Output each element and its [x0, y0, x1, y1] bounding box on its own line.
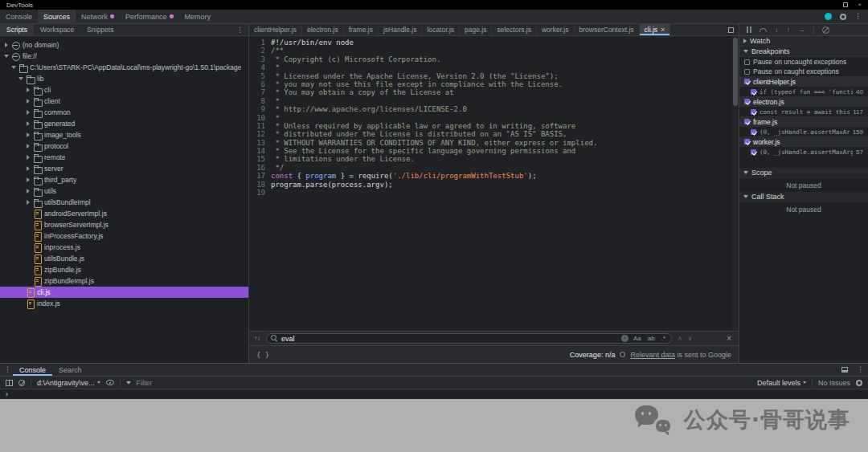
- tree-collapsed-icon[interactable]: [25, 110, 31, 115]
- whole-word-toggle[interactable]: ab: [646, 335, 657, 342]
- navigator-tab-scripts[interactable]: Scripts: [0, 24, 34, 35]
- scope-section-header[interactable]: Scope: [739, 168, 868, 178]
- more-options-icon[interactable]: ⋮: [854, 13, 862, 20]
- editor-tab-browsercontext-js[interactable]: browserContext.js: [575, 24, 640, 35]
- tree-item-inprocess-js[interactable]: inprocess.js: [0, 242, 248, 253]
- console-sidebar-icon[interactable]: [6, 380, 13, 386]
- checkbox-checked-icon[interactable]: [751, 129, 756, 135]
- tree-item-utilsbundleimpl[interactable]: utilsBundleImpl: [0, 197, 248, 208]
- drawer-more-icon[interactable]: ⋮: [857, 366, 864, 373]
- navigator-tab-snippets[interactable]: Snippets: [80, 24, 120, 35]
- line-number[interactable]: 1: [249, 39, 271, 47]
- tree-item-androidserverimpl-js[interactable]: androidServerImpl.js: [0, 208, 248, 219]
- breakpoints-section-header[interactable]: Breakpoints: [739, 47, 868, 57]
- close-search-icon[interactable]: ×: [727, 334, 734, 343]
- drawer-menu-icon[interactable]: ⋮: [4, 366, 11, 373]
- pause-option-pause-on-uncaught-exceptions[interactable]: Pause on uncaught exceptions: [739, 57, 868, 67]
- line-number[interactable]: 11: [249, 122, 271, 130]
- tree-item-remote[interactable]: remote: [0, 152, 248, 163]
- breakpoint-entry[interactable]: (0, _jsHandle.assertMaxArg…159: [739, 127, 868, 136]
- tree-collapsed-icon[interactable]: [25, 132, 31, 137]
- tree-collapsed-icon[interactable]: [25, 189, 31, 193]
- tree-item-client[interactable]: client: [0, 96, 248, 107]
- line-number[interactable]: 18: [249, 181, 271, 189]
- line-number[interactable]: 9: [249, 105, 271, 113]
- line-number[interactable]: 19: [249, 189, 271, 197]
- watch-section-header[interactable]: Watch: [739, 36, 868, 47]
- step-out-icon[interactable]: ↑: [787, 26, 791, 34]
- tree-expanded-icon[interactable]: [18, 77, 24, 80]
- line-number[interactable]: 17: [249, 172, 271, 180]
- pause-option-pause-on-caught-exceptions[interactable]: Pause on caught exceptions: [739, 67, 868, 76]
- replace-toggle-icon[interactable]: ↑↓: [254, 335, 260, 342]
- context-selector[interactable]: d:\Antigravity\ve...: [37, 379, 100, 387]
- match-case-toggle[interactable]: Aa: [632, 335, 643, 342]
- line-number[interactable]: 8: [249, 97, 271, 105]
- console-filter-input[interactable]: Filter: [137, 379, 153, 387]
- editor-tab-page-js[interactable]: page.js: [460, 24, 492, 35]
- tree-collapsed-icon[interactable]: [25, 88, 31, 92]
- tree-item-server[interactable]: server: [0, 163, 248, 174]
- navigator-more-icon[interactable]: ⋮: [236, 26, 248, 34]
- drawer-tab-console[interactable]: Console: [13, 364, 52, 376]
- search-query[interactable]: eval: [281, 335, 295, 343]
- breakpoint-entry[interactable]: const result = await this…117: [739, 107, 868, 116]
- tree-item-file[interactable]: file://: [0, 51, 248, 62]
- tree-item-inprocessfactory-js[interactable]: inProcessFactory.js: [0, 230, 248, 242]
- tree-collapsed-icon[interactable]: [25, 200, 31, 205]
- line-number[interactable]: 7: [249, 88, 271, 96]
- line-number[interactable]: 12: [249, 130, 271, 138]
- tree-collapsed-icon[interactable]: [25, 99, 31, 104]
- checkbox-checked-icon[interactable]: [751, 89, 756, 95]
- tree-collapsed-icon[interactable]: [25, 177, 31, 182]
- live-expression-eye-icon[interactable]: [106, 380, 114, 385]
- step-into-icon[interactable]: ↓: [775, 26, 779, 34]
- breakpoint-entry[interactable]: (0, _jsHandle.assertMaxArgu…57: [739, 147, 868, 157]
- tree-item-image-tools[interactable]: image_tools: [0, 129, 248, 140]
- editor-tab-electron-js[interactable]: electron.js: [302, 24, 344, 35]
- checkbox-unchecked-icon[interactable]: [744, 59, 750, 65]
- drawer-tab-search[interactable]: Search: [52, 364, 88, 376]
- editor-tab-locator-js[interactable]: locator.js: [422, 24, 460, 35]
- navigator-tab-workspace[interactable]: Workspace: [34, 24, 80, 35]
- line-number[interactable]: 15: [249, 155, 271, 163]
- line-number[interactable]: 6: [249, 80, 271, 88]
- call-stack-section-header[interactable]: Call Stack: [739, 192, 868, 202]
- relevant-data-link[interactable]: Relevant data: [630, 351, 675, 359]
- tree-item-cli[interactable]: cli: [0, 84, 248, 96]
- editor-tab-cli-js[interactable]: cli.js×: [640, 24, 671, 35]
- tree-item-no-domain[interactable]: (no domain): [0, 39, 248, 51]
- search-previous-icon[interactable]: ∧: [678, 335, 682, 342]
- tree-expanded-icon[interactable]: [10, 66, 17, 69]
- checkbox-checked-icon[interactable]: [744, 139, 750, 145]
- maximize-icon[interactable]: [843, 2, 848, 7]
- tree-item-generated[interactable]: generated: [0, 118, 248, 129]
- step-over-icon[interactable]: [760, 28, 767, 32]
- tree-item-common[interactable]: common: [0, 107, 248, 118]
- breakpoint-group-frame-js[interactable]: frame.js: [739, 116, 868, 127]
- deactivate-breakpoints-icon[interactable]: [822, 26, 829, 34]
- tree-item-zipbundle-js[interactable]: zipBundle.js: [0, 264, 248, 275]
- breakpoint-group-electron-js[interactable]: electron.js: [739, 96, 868, 107]
- code-editor[interactable]: 1#!/usr/bin/env node2/**3 * Copyright (c…: [249, 36, 739, 331]
- editor-tab-worker-js[interactable]: worker.js: [537, 24, 575, 35]
- editor-tab-clienthelper-js[interactable]: clientHelper.js: [249, 24, 302, 35]
- tree-item-index-js[interactable]: index.js: [0, 298, 248, 309]
- console-settings-icon[interactable]: [856, 380, 862, 386]
- update-badge-icon[interactable]: [825, 13, 832, 20]
- clear-search-icon[interactable]: ×: [621, 335, 628, 342]
- tree-item-cli-js[interactable]: cli.js: [0, 287, 248, 298]
- tree-collapsed-icon[interactable]: [3, 43, 10, 47]
- regex-toggle[interactable]: .*: [660, 335, 667, 342]
- editor-search-input[interactable]: eval × Aa ab .*: [266, 333, 672, 344]
- drawer-dock-icon[interactable]: [841, 367, 848, 373]
- breakpoint-group-clienthelper-js[interactable]: clientHelper.js: [739, 76, 868, 87]
- editor-tab-jshandle-js[interactable]: jsHandle.js: [379, 24, 423, 35]
- tree-collapsed-icon[interactable]: [25, 166, 31, 171]
- line-number[interactable]: 13: [249, 139, 271, 147]
- editor-tab-selectors-js[interactable]: selectors.js: [492, 24, 537, 35]
- tree-item-zipbundleimpl-js[interactable]: zipBundleImpl.js: [0, 275, 248, 287]
- tab-memory[interactable]: Memory: [179, 10, 217, 23]
- checkbox-checked-icon[interactable]: [751, 149, 756, 155]
- tree-collapsed-icon[interactable]: [25, 121, 31, 126]
